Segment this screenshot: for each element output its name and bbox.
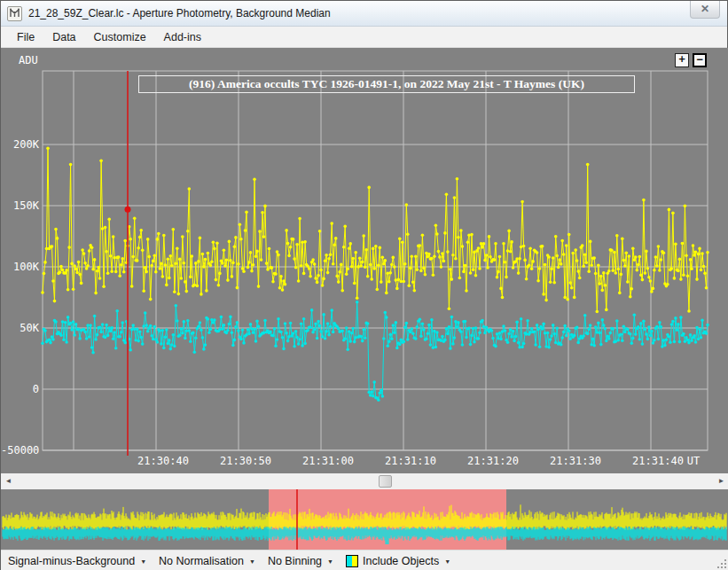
y-axis-tick-label: -50000 bbox=[1, 444, 39, 457]
dropdown-label: Include Objects bbox=[363, 555, 439, 567]
scroll-left-icon[interactable]: ◄ bbox=[1, 473, 16, 489]
include-objects-colors-icon bbox=[346, 555, 358, 567]
menu-item-addins[interactable]: Add-ins bbox=[155, 28, 210, 46]
horizontal-scrollbar[interactable]: ◄ ► bbox=[1, 473, 728, 489]
dropdown-include-objects[interactable]: Include Objects▼ bbox=[346, 555, 450, 567]
y-axis-tick-label: 0 bbox=[1, 383, 39, 395]
dropdown-binning[interactable]: No Binning▼ bbox=[268, 555, 333, 567]
chevron-down-icon: ▼ bbox=[444, 557, 450, 565]
overview-chart[interactable] bbox=[1, 489, 728, 550]
dropdown-label: No Normalisation bbox=[159, 555, 244, 567]
y-axis-tick-label: 100K bbox=[1, 261, 39, 273]
status-bar: Signal-minus-Background▼No Normalisation… bbox=[1, 550, 728, 570]
close-button[interactable]: ✕ bbox=[690, 1, 720, 19]
dropdown-signal-mode[interactable]: Signal-minus-Background▼ bbox=[8, 555, 146, 567]
y-axis-title: ADU bbox=[19, 54, 38, 66]
chevron-down-icon: ▼ bbox=[249, 557, 255, 565]
app-icon bbox=[7, 6, 22, 21]
x-axis-tick-label: 21:31:30 bbox=[540, 455, 611, 467]
y-axis-tick-label: 150K bbox=[1, 199, 39, 212]
scroll-right-icon[interactable]: ► bbox=[714, 473, 728, 489]
chevron-down-icon: ▼ bbox=[140, 557, 146, 565]
y-axis-tick-label: 50K bbox=[1, 322, 39, 334]
window-title: 21_28_59Z_Clear.lc - Aperture Photometry… bbox=[28, 7, 331, 20]
chart-title: (916) America occults TYC 1926-01491-1, … bbox=[139, 76, 634, 92]
resize-grip-icon[interactable] bbox=[724, 566, 726, 568]
app-window: 21_28_59Z_Clear.lc - Aperture Photometry… bbox=[0, 0, 728, 570]
x-axis-tick-label: 21:31:20 bbox=[458, 455, 528, 467]
x-axis-tick-label: 21:31:00 bbox=[293, 455, 364, 467]
menu-item-file[interactable]: File bbox=[8, 28, 43, 46]
x-axis-tick-label: 21:30:40 bbox=[128, 455, 199, 467]
chart-region: ADU (916) America occults TYC 1926-01491… bbox=[1, 48, 728, 473]
y-axis-tick-label: 200K bbox=[1, 138, 39, 151]
menu-bar: FileDataCustomizeAdd-ins bbox=[1, 27, 727, 48]
chevron-down-icon: ▼ bbox=[327, 557, 333, 565]
chart-title-box: (916) America occults TYC 1926-01491-1, … bbox=[138, 75, 635, 93]
dropdown-label: No Binning bbox=[268, 555, 322, 567]
dropdown-label: Signal-minus-Background bbox=[8, 555, 135, 567]
dropdown-normalisation[interactable]: No Normalisation▼ bbox=[159, 555, 255, 567]
zoom-out-button[interactable]: − bbox=[693, 53, 707, 67]
x-axis-tick-label: 21:30:50 bbox=[210, 455, 281, 467]
zoom-in-button[interactable]: + bbox=[675, 53, 689, 67]
x-axis-tick-label: 21:31:10 bbox=[375, 455, 446, 467]
cursor-marker bbox=[125, 207, 131, 213]
menu-item-customize[interactable]: Customize bbox=[85, 28, 155, 46]
scroll-thumb[interactable] bbox=[379, 475, 392, 488]
menu-item-data[interactable]: Data bbox=[43, 28, 84, 46]
main-chart[interactable] bbox=[1, 48, 728, 473]
title-bar[interactable]: 21_28_59Z_Clear.lc - Aperture Photometry… bbox=[1, 1, 727, 27]
x-axis-tick-label: 21:31:40 bbox=[622, 455, 693, 467]
